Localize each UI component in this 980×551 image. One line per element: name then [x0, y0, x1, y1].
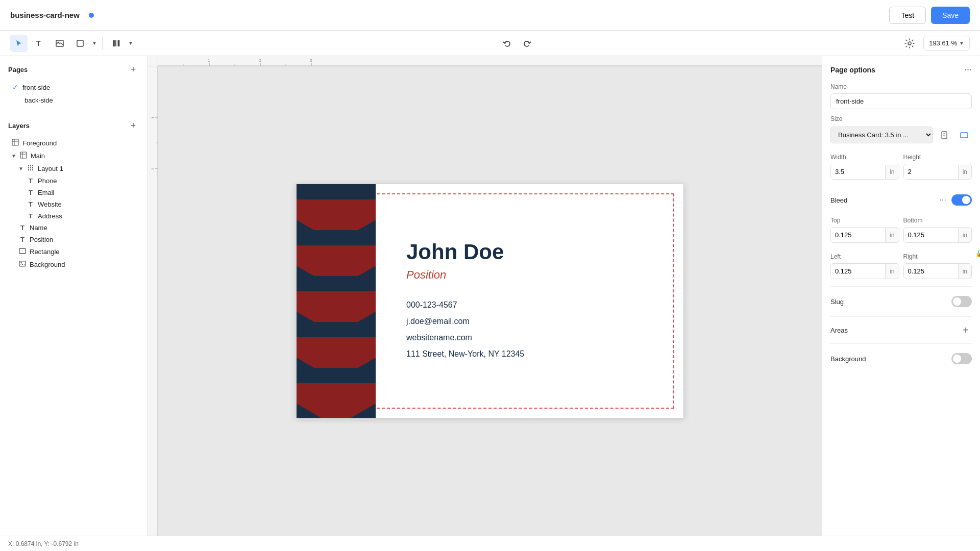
- svg-point-17: [30, 165, 31, 166]
- layer-icon-email: T: [27, 189, 35, 196]
- barcode-tool[interactable]: [108, 35, 125, 52]
- layer-address[interactable]: T Address: [8, 210, 139, 222]
- layer-label-background: Background: [30, 261, 65, 268]
- name-field-label: Name: [830, 83, 972, 90]
- ruler-top: 1 2 3: [158, 56, 822, 66]
- layer-email[interactable]: T Email: [8, 187, 139, 198]
- toolbar: T ▼ ▼ 193.61 % ▼: [0, 31, 980, 56]
- height-input-group: in 🔒: [903, 164, 972, 180]
- svg-point-22: [28, 169, 29, 170]
- layers-header: Layers +: [8, 119, 139, 132]
- slug-toggle[interactable]: [951, 296, 972, 307]
- zoom-value: 193.61 %: [929, 39, 957, 47]
- canvas-viewport: John Doe Position 000-123-4567 j.doe@ema…: [158, 66, 822, 536]
- height-input[interactable]: [904, 164, 958, 179]
- bleed-left-input[interactable]: [831, 264, 885, 279]
- layer-website[interactable]: T Website: [8, 198, 139, 210]
- page-item-back[interactable]: back-side: [8, 94, 139, 107]
- svg-point-16: [28, 165, 29, 166]
- pages-section: Pages + ✓ front-side back-side: [0, 56, 148, 112]
- settings-button[interactable]: [901, 35, 918, 52]
- left-panel: Pages + ✓ front-side back-side Layers +: [0, 56, 148, 536]
- layer-label-position: Position: [30, 236, 53, 243]
- svg-text:2: 2: [259, 58, 261, 63]
- add-area-button[interactable]: +: [960, 324, 972, 336]
- svg-text:T: T: [36, 39, 41, 47]
- background-toggle[interactable]: [951, 353, 972, 364]
- shape-dropdown-arrow[interactable]: ▼: [92, 40, 97, 46]
- bleed-top-input-group: in: [830, 227, 899, 243]
- test-button[interactable]: Test: [889, 7, 926, 24]
- new-doc-icon-button[interactable]: [937, 128, 952, 143]
- width-input[interactable]: [831, 164, 885, 179]
- name-field-input[interactable]: [830, 93, 972, 109]
- layer-layout1[interactable]: ▼ Layout 1: [8, 162, 139, 175]
- right-panel-header: Page options ···: [830, 64, 972, 75]
- layer-label-name: Name: [30, 224, 47, 232]
- page-active-check: ✓: [12, 83, 18, 91]
- areas-label: Areas: [830, 327, 848, 334]
- page-options-more-button[interactable]: ···: [964, 64, 972, 75]
- bleed-bottom-group: Bottom in: [903, 211, 972, 243]
- height-label: Height: [903, 154, 972, 161]
- shape-tool[interactable]: [71, 35, 89, 52]
- undo-button[interactable]: [499, 35, 516, 52]
- add-page-button[interactable]: +: [127, 63, 139, 76]
- height-unit: in: [958, 165, 971, 179]
- layer-label-foreground: Foreground: [22, 139, 57, 147]
- save-button[interactable]: Save: [931, 7, 970, 24]
- image-tool[interactable]: [51, 35, 68, 52]
- bleed-top-label: Top: [830, 217, 899, 224]
- layer-position[interactable]: T Position: [8, 234, 139, 245]
- size-select[interactable]: Business Card: 3.5 in ...: [830, 127, 933, 143]
- size-field-label: Size: [830, 115, 972, 122]
- layer-name[interactable]: T Name: [8, 222, 139, 234]
- dimensions-row: Width in Height in 🔒: [830, 147, 972, 180]
- bleed-right-group: Right in 🔒: [903, 247, 972, 279]
- svg-text:1: 1: [208, 58, 210, 63]
- card-content: John Doe Position 000-123-4567 j.doe@ema…: [386, 184, 683, 418]
- layers-section: Layers + Foreground ▼ Main ▼: [0, 112, 148, 536]
- layer-arrow-main: ▼: [11, 153, 16, 159]
- bleed-toggle[interactable]: [951, 194, 972, 206]
- layer-label-address: Address: [38, 212, 62, 220]
- layer-phone[interactable]: T Phone: [8, 175, 139, 187]
- toolbar-separator-1: [102, 37, 103, 49]
- svg-rect-9: [119, 40, 120, 46]
- divider-3: [830, 316, 972, 317]
- bleed-right-input[interactable]: [904, 264, 958, 279]
- bleed-top-input[interactable]: [831, 228, 885, 242]
- layer-label-main: Main: [31, 152, 45, 160]
- svg-rect-26: [19, 261, 26, 266]
- areas-row: Areas +: [830, 324, 972, 336]
- redo-button[interactable]: [518, 35, 535, 52]
- svg-rect-5: [114, 40, 115, 46]
- add-layer-button[interactable]: +: [127, 119, 139, 132]
- layer-rectangle[interactable]: Rectangle: [8, 245, 139, 258]
- bleed-bottom-input[interactable]: [904, 228, 958, 242]
- layer-main[interactable]: ▼ Main: [8, 149, 139, 162]
- divider-4: [830, 343, 972, 344]
- select-tool[interactable]: [10, 35, 28, 52]
- height-group: Height in 🔒: [903, 147, 972, 180]
- layer-foreground[interactable]: Foreground: [8, 137, 139, 149]
- barcode-dropdown-arrow[interactable]: ▼: [128, 40, 133, 46]
- bleed-top-bottom-row: Top in Bottom in: [830, 211, 972, 243]
- page-item-front[interactable]: ✓ front-side: [8, 81, 139, 94]
- bleed-left-label: Left: [830, 253, 899, 260]
- topbar-actions: Test Save: [889, 7, 970, 24]
- document-title: business-card-new: [10, 11, 80, 19]
- svg-rect-13: [20, 152, 27, 158]
- svg-rect-25: [19, 248, 26, 254]
- zoom-control[interactable]: 193.61 % ▼: [923, 36, 970, 51]
- layer-background[interactable]: Background: [8, 258, 139, 271]
- canvas-area: 1 2 3 1 2: [148, 56, 822, 536]
- card-name: John Doe: [406, 240, 663, 264]
- card-phone: 000-123-4567: [406, 297, 663, 313]
- bleed-bottom-input-group: in: [903, 227, 972, 243]
- bleed-more-button[interactable]: ···: [940, 195, 946, 205]
- bleed-left-unit: in: [885, 264, 898, 279]
- text-tool[interactable]: T: [31, 35, 48, 52]
- landscape-icon-button[interactable]: [957, 128, 972, 143]
- layer-icon-main: [19, 152, 28, 160]
